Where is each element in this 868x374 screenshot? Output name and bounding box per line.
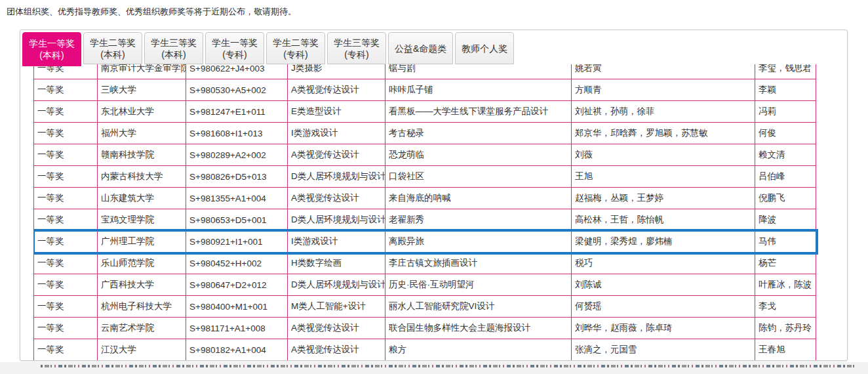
cell-students: 税巧 bbox=[572, 253, 755, 274]
cell-school: 内蒙古科技大学 bbox=[98, 166, 186, 188]
cell-students: 高松林，王哲，陈怡帆 bbox=[572, 209, 755, 231]
cell-school: 乐山师范学院 bbox=[98, 253, 186, 274]
cell-work: 丽水人工智能研究院VI设计 bbox=[385, 296, 572, 318]
cell-teachers: 陈钧，苏丹玲 bbox=[755, 318, 816, 339]
award-row: 一等奖乐山师范学院S+980452+H+002H类数字绘画李庄古镇文旅插画设计税… bbox=[34, 253, 816, 274]
cell-category: E类造型设计 bbox=[288, 101, 385, 123]
tab-student-first-prize-benke[interactable]: 学生一等奖(本科) bbox=[22, 32, 81, 66]
cell-code: S+980182+A1+004 bbox=[186, 339, 288, 361]
cell-code: S+980400+M1+001 bbox=[186, 296, 288, 318]
cell-code: S+980452+H+002 bbox=[186, 253, 288, 274]
cell-teachers: 倪鹏飞 bbox=[755, 188, 816, 209]
cell-work: 恐龙萌临 bbox=[385, 144, 572, 166]
tab-bar: 学生一等奖(本科)学生二等奖(本科)学生三等奖(本科)学生一等奖(专科)学生二等… bbox=[22, 32, 516, 65]
tab-label-line2: (专科) bbox=[334, 49, 380, 60]
cell-students: 王旭 bbox=[572, 166, 755, 188]
cell-award: 一等奖 bbox=[34, 209, 98, 231]
cell-teachers: 降波 bbox=[755, 209, 816, 231]
cell-category: A类视觉传达设计 bbox=[288, 339, 385, 361]
cell-category: A类视觉传达设计 bbox=[288, 79, 385, 101]
tab-label-line2: (本科) bbox=[151, 49, 197, 60]
cell-teachers: 赖文清 bbox=[755, 144, 816, 166]
tab-label-line1: 学生二等奖 bbox=[90, 37, 136, 49]
cell-teachers: 叶雁冰，陈波 bbox=[755, 274, 816, 296]
tab-student-first-prize-zhuanke[interactable]: 学生一等奖(专科) bbox=[205, 32, 264, 64]
cell-award: 一等奖 bbox=[34, 79, 98, 101]
cell-code: S+980289+A2+002 bbox=[186, 144, 288, 166]
tab-label-line2: (专科) bbox=[212, 49, 258, 60]
cell-code: S+980622+J4+003 bbox=[186, 64, 288, 79]
tab-teacher-individual[interactable]: 教师个人奖 bbox=[455, 32, 514, 64]
cell-students: 赵福梅，丛颖，王梦婷 bbox=[572, 188, 755, 209]
cell-work: 老翟新秀 bbox=[385, 209, 572, 231]
cell-code: S+981171+A1+008 bbox=[186, 318, 288, 339]
cell-school: 杭州电子科技大学 bbox=[98, 296, 186, 318]
cell-students: 张滴之，元国雪 bbox=[572, 339, 755, 361]
tab-student-third-prize-benke[interactable]: 学生三等奖(本科) bbox=[144, 32, 203, 64]
cell-code: S+980921+I1+001 bbox=[186, 231, 288, 253]
cell-award: 一等奖 bbox=[34, 253, 98, 274]
cell-work: 粮方 bbox=[385, 339, 572, 361]
cell-award: 一等奖 bbox=[34, 123, 98, 144]
cell-work: 李庄古镇文旅插画设计 bbox=[385, 253, 572, 274]
tab-label-line1: 教师个人奖 bbox=[462, 43, 507, 54]
cell-category: A类视觉传达设计 bbox=[288, 318, 385, 339]
award-row: 一等奖云南艺术学院S+981171+A1+008A类视觉传达设计联合国生物多样性… bbox=[34, 318, 816, 339]
cell-code: S+980826+D5+013 bbox=[186, 166, 288, 188]
tab-student-second-prize-benke[interactable]: 学生二等奖(本科) bbox=[83, 32, 142, 64]
cell-school: 福州大学 bbox=[98, 123, 186, 144]
cell-category: D类人居环境规划与设计 bbox=[288, 166, 385, 188]
cell-students: 姚若寅 bbox=[572, 64, 755, 79]
cell-school: 三峡大学 bbox=[98, 79, 186, 101]
cell-teachers: 王春旭 bbox=[755, 339, 816, 361]
cell-school: 山东建筑大学 bbox=[98, 188, 186, 209]
tab-label-line1: 学生三等奖 bbox=[334, 37, 380, 49]
tab-student-second-prize-zhuanke[interactable]: 学生二等奖(专科) bbox=[266, 32, 325, 64]
award-row: 一等奖山东建筑大学S+981355+A1+004A类视觉传达设计来自海底的呐喊赵… bbox=[34, 188, 816, 209]
tab-public-welfare[interactable]: 公益&命题类 bbox=[388, 32, 453, 64]
cell-category: I类游戏设计 bbox=[288, 123, 385, 144]
cell-category: H类数字绘画 bbox=[288, 253, 385, 274]
tab-label-line1: 学生二等奖 bbox=[273, 37, 319, 49]
awards-panel: 学生一等奖(本科)学生二等奖(本科)学生三等奖(本科)学生一等奖(专科)学生二等… bbox=[20, 30, 848, 361]
cell-students: 刘祉祺，孙萌，徐菲 bbox=[572, 101, 755, 123]
cell-code: S+981247+E1+011 bbox=[186, 101, 288, 123]
cell-teachers: 冯莉 bbox=[755, 101, 816, 123]
cell-award: 一等奖 bbox=[34, 144, 98, 166]
cell-award: 一等奖 bbox=[34, 231, 98, 253]
cell-category: A类视觉传达设计 bbox=[288, 188, 385, 209]
cell-code: S+980653+D5+001 bbox=[186, 209, 288, 231]
cell-award: 一等奖 bbox=[34, 101, 98, 123]
award-row: 一等奖广州理工学院S+980921+I1+001I类游戏设计离殿异旅梁健明，梁秀… bbox=[34, 231, 816, 253]
cell-code: S+980530+A5+002 bbox=[186, 79, 288, 101]
award-row: 一等奖东北林业大学S+981247+E1+011E类造型设计看黑板——大学生线下… bbox=[34, 101, 816, 123]
cell-teachers: 何俊 bbox=[755, 123, 816, 144]
award-row: 一等奖福州大学S+981608+I1+013I类游戏设计考古秘录郑京华，邱晗蕣，… bbox=[34, 123, 816, 144]
cell-work: 考古秘录 bbox=[385, 123, 572, 144]
tab-label-line1: 学生一等奖 bbox=[212, 37, 258, 49]
tab-label-line1: 学生三等奖 bbox=[151, 37, 197, 49]
cell-category: D类人居环境规划与设计 bbox=[288, 209, 385, 231]
page-footer-area bbox=[0, 362, 868, 374]
cell-school: 南京审计大学金审学院 bbox=[98, 64, 186, 79]
cell-work: 联合国生物多样性大会主题海报设计 bbox=[385, 318, 572, 339]
awards-table-viewport[interactable]: 一等奖南京审计大学金审学院S+980622+J4+003J类摄影锯与剧姚若寅李玺… bbox=[33, 64, 819, 361]
award-row: 一等奖南京审计大学金审学院S+980622+J4+003J类摄影锯与剧姚若寅李玺… bbox=[34, 64, 816, 79]
tab-label-line2: (专科) bbox=[273, 49, 319, 60]
award-row: 一等奖内蒙古科技大学S+980826+D5+013D类人居环境规划与设计口袋社区… bbox=[34, 166, 816, 188]
cell-work: 看黑板——大学生线下课堂服务产品设计 bbox=[385, 101, 572, 123]
cell-school: 东北林业大学 bbox=[98, 101, 186, 123]
cell-work: 锯与剧 bbox=[385, 64, 572, 79]
cell-award: 一等奖 bbox=[34, 339, 98, 361]
cell-school: 江汉大学 bbox=[98, 339, 186, 361]
cell-code: S+981355+A1+004 bbox=[186, 188, 288, 209]
cell-students: 郑京华，邱晗蕣，罗旭颖，苏慧敏 bbox=[572, 123, 755, 144]
cell-teachers: 马伟 bbox=[755, 231, 816, 253]
cell-category: A类视觉传达设计 bbox=[288, 144, 385, 166]
cell-students: 方顺青 bbox=[572, 79, 755, 101]
cell-students: 刘陈诚 bbox=[572, 274, 755, 296]
tab-student-third-prize-zhuanke[interactable]: 学生三等奖(专科) bbox=[327, 32, 386, 64]
cell-code: S+981608+I1+013 bbox=[186, 123, 288, 144]
cell-award: 一等奖 bbox=[34, 274, 98, 296]
cell-teachers: 杨芒 bbox=[755, 253, 816, 274]
